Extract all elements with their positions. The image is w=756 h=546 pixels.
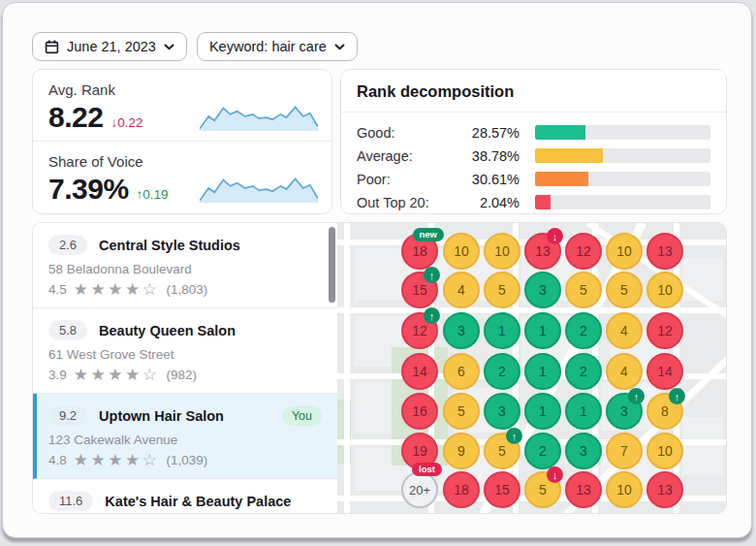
map-rank-pin[interactable]: 5 [565, 272, 602, 308]
map-rank-pin[interactable]: 13↓ [524, 233, 561, 270]
map-rank-pin[interactable]: 4 [606, 353, 643, 390]
map-rank-pin[interactable]: 2 [565, 353, 602, 390]
avg-rank-delta: ↓0.22 [110, 115, 142, 130]
rank-down-badge: ↓ [547, 466, 563, 483]
map-rank-pin[interactable]: 5 [484, 272, 520, 308]
map-rank-pin[interactable]: 16 [401, 393, 438, 430]
map-rank-pin[interactable]: 15↑ [401, 272, 438, 308]
avg-rank-sparkline [200, 102, 318, 131]
map-rank-value: 10 [616, 243, 632, 259]
map-rank-pin[interactable]: 13 [565, 471, 602, 508]
map-rank-pin[interactable]: 2 [565, 312, 602, 349]
business-list-item[interactable]: 2.6Central Style Studios58 Beladonna Bou… [33, 223, 337, 308]
map-rank-value: 12 [412, 323, 427, 338]
map-rank-pin[interactable]: 10 [646, 433, 683, 469]
map-rank-pin[interactable]: 10 [443, 233, 480, 270]
map-rank-pin[interactable]: 12 [565, 233, 602, 270]
map-rank-pin[interactable]: 3 [565, 433, 602, 469]
map-rank-pin[interactable]: 18new [401, 233, 438, 270]
map-rank-pin[interactable]: 13 [646, 233, 683, 270]
map-rank-pin[interactable]: 5↓ [524, 471, 561, 508]
map-rank-pin[interactable]: 2 [484, 353, 520, 390]
map-rank-pin[interactable]: 1 [524, 353, 561, 390]
map-rank-pin[interactable]: 4 [606, 312, 643, 349]
new-badge: new [413, 228, 444, 241]
map-rank-pin[interactable]: 12 [646, 312, 683, 349]
decomposition-bar-track [535, 172, 710, 186]
business-name: Uptown Hair Salon [99, 408, 224, 424]
map-rank-pin[interactable]: 10 [606, 471, 643, 508]
business-rating: 4.8★★★★☆(1,039) [48, 452, 322, 468]
map-rank-pin[interactable]: 1 [524, 312, 561, 349]
map-rank-value: 15 [494, 482, 510, 498]
rank-badge: 2.6 [48, 235, 87, 255]
map-rank-value: 4 [620, 323, 628, 338]
business-list: 2.6Central Style Studios58 Beladonna Bou… [33, 223, 337, 513]
map-rank-value: 5 [620, 282, 628, 298]
date-dropdown[interactable]: June 21, 2023 [32, 32, 187, 61]
map-rank-pin[interactable]: 13 [646, 471, 683, 508]
map-rank-pin[interactable]: 3↑ [606, 393, 643, 430]
map-rank-value: 3 [620, 403, 628, 419]
rank-badge: 5.8 [48, 320, 87, 340]
map-rank-pin[interactable]: 5 [443, 393, 480, 430]
avg-rank-value: 8.22 [48, 101, 103, 134]
map-rank-value: 13 [657, 243, 673, 259]
map-rank-pin[interactable]: 15 [484, 471, 520, 508]
map-rank-pin[interactable]: 5 [606, 272, 643, 308]
map-rank-value: 7 [620, 443, 628, 459]
map-rank-value: 2 [580, 364, 587, 379]
map-rank-pin[interactable]: 10 [606, 233, 643, 270]
chevron-down-icon [164, 44, 174, 50]
map-rank-value: 10 [454, 243, 469, 259]
map-rank-value: 4 [620, 364, 628, 379]
business-list-item[interactable]: 11.6Kate's Hair & Beauty Palace5 St Moni… [33, 479, 337, 513]
map-rank-value: 3 [457, 323, 465, 338]
review-count: (1,039) [166, 453, 207, 467]
business-list-item[interactable]: 9.2Uptown Hair SalonYou123 Cakewalk Aven… [33, 394, 337, 479]
business-rating: 3.9★★★★☆(982) [48, 367, 322, 383]
map-rank-pin[interactable]: 1 [565, 393, 602, 430]
share-of-voice-stat: Share of Voice 7.39% ↑0.19 [33, 142, 331, 213]
rank-up-badge: ↑ [669, 388, 685, 404]
decomposition-value: 2.04% [457, 195, 520, 210]
map-rank-pin[interactable]: 10 [646, 272, 683, 308]
map-rank-pin[interactable]: 1 [524, 393, 561, 430]
map-rank-pin[interactable]: 3 [443, 312, 480, 349]
rank-badge: 11.6 [48, 491, 93, 511]
calendar-icon [45, 40, 59, 54]
map-rank-pin[interactable]: 2 [524, 433, 561, 469]
map-rank-pin[interactable]: 7 [606, 433, 643, 469]
map-rank-pin[interactable]: 20+lost [401, 471, 438, 508]
map-rank-pin[interactable]: 6 [443, 353, 480, 390]
map-rank-pin[interactable]: 12↑ [401, 312, 438, 349]
business-address: 123 Cakewalk Avenue [48, 433, 322, 447]
rating-value: 4.5 [48, 282, 67, 297]
map-rank-value: 3 [580, 443, 587, 459]
decomposition-value: 28.57% [457, 125, 520, 141]
you-badge: You [282, 406, 322, 426]
decomposition-label: Average: [357, 148, 457, 164]
map-rank-pin[interactable]: 3 [524, 272, 561, 308]
business-name: Beauty Queen Salon [99, 323, 236, 338]
map-rank-pin[interactable]: 14 [646, 353, 683, 390]
list-scrollbar[interactable] [329, 227, 335, 303]
map-rank-pin[interactable]: 18 [443, 471, 480, 508]
map-rank-pin[interactable]: 3 [484, 393, 520, 430]
map-rank-value: 9 [457, 443, 465, 459]
map-rank-pin[interactable]: 8↑ [646, 393, 683, 430]
decomposition-bar-track [535, 195, 710, 209]
map-rank-pin[interactable]: 1 [484, 312, 520, 349]
business-list-item[interactable]: 5.8Beauty Queen Salon61 West Grove Stree… [33, 308, 337, 394]
map-rank-pin[interactable]: 14 [401, 353, 438, 390]
rank-map[interactable]: 18new101013↓12101315↑453551012↑311241214… [337, 223, 726, 513]
map-rank-pin[interactable]: 5↑ [484, 433, 520, 469]
map-rank-value: 12 [576, 243, 591, 259]
rank-up-badge: ↑ [424, 267, 440, 283]
decomposition-row: Average:38.78% [357, 148, 710, 163]
map-rank-pin[interactable]: 9 [443, 433, 480, 469]
map-rank-pin[interactable]: 10 [484, 233, 520, 270]
keyword-dropdown[interactable]: Keyword: hair care [197, 32, 358, 61]
map-rank-pin[interactable]: 4 [443, 272, 480, 308]
map-rank-value: 8 [661, 403, 669, 419]
